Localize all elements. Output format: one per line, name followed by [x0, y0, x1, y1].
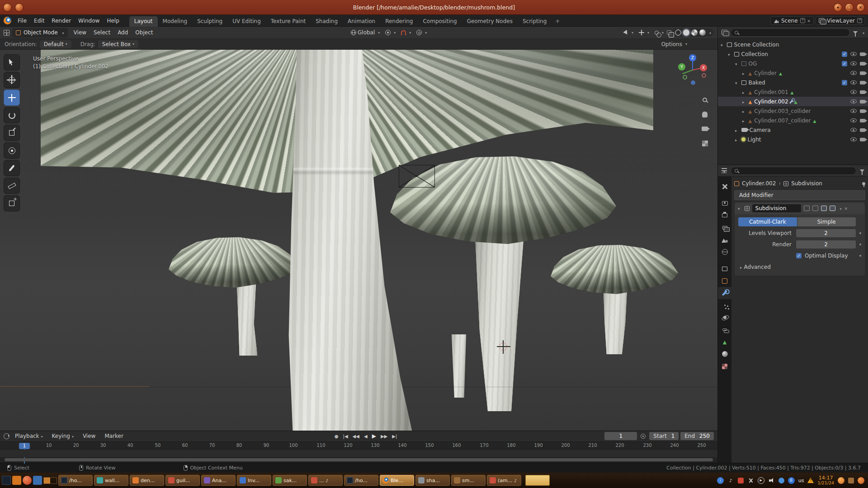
clipboard-tray-icon[interactable] — [747, 477, 754, 484]
taskbar-window-den[interactable]: den... — [130, 475, 164, 486]
disable-render-icon[interactable] — [860, 81, 865, 84]
collection-checkbox[interactable] — [842, 80, 847, 85]
files-launcher-icon[interactable] — [33, 476, 42, 485]
outliner-row-light[interactable]: Light — [718, 135, 868, 144]
disclosure-icon[interactable] — [735, 127, 739, 133]
object-visibility-dropdown[interactable] — [622, 31, 636, 35]
hide-viewport-icon[interactable] — [850, 61, 857, 66]
transform-orientation-dropdown[interactable]: Global — [349, 29, 382, 36]
y-axis-ball[interactable]: Y — [678, 63, 685, 70]
taskbar-window-terminal-2[interactable]: /ho... — [344, 475, 378, 486]
orientation-dropdown[interactable]: Default — [40, 40, 71, 48]
prev-keyframe-button[interactable]: ◀◀ — [353, 434, 359, 439]
tab-view-layer[interactable] — [718, 221, 731, 234]
viewlayer-selector[interactable]: ViewLayer — [816, 16, 865, 25]
volume-tray-icon[interactable] — [768, 477, 775, 484]
mushroom-stem-right[interactable] — [599, 284, 632, 354]
keyboard-layout-indicator[interactable]: us — [798, 478, 804, 483]
workspace-pager[interactable] — [43, 477, 57, 484]
select-box-tool[interactable] — [4, 54, 20, 70]
disable-render-icon[interactable] — [860, 109, 865, 113]
hide-viewport-icon[interactable] — [850, 71, 857, 75]
launcher-icon-2[interactable] — [848, 478, 854, 483]
outliner-row-cylinder[interactable]: Cylinder — [718, 68, 868, 78]
disclosure-icon[interactable] — [735, 80, 739, 86]
taskbar-window-audio[interactable]: ... — [308, 475, 343, 486]
taskbar-window-sak[interactable]: sak... — [273, 475, 307, 486]
tab-uv-editing[interactable]: UV Editing — [227, 16, 266, 27]
tab-scripting[interactable]: Scripting — [518, 16, 552, 27]
outliner-row-cylinder-001[interactable]: Cylinder.001 — [718, 87, 868, 97]
browser-launcher-icon[interactable] — [23, 476, 32, 485]
pin-icon[interactable] — [862, 182, 865, 185]
properties-search[interactable] — [731, 167, 856, 175]
mushroom-cap-right[interactable] — [551, 245, 678, 296]
outliner-row-cylinder-003-collider[interactable]: Cylinder.003_collider — [718, 106, 868, 116]
tab-compositing[interactable]: Compositing — [418, 16, 462, 27]
outliner-row-collection[interactable]: Collection — [718, 49, 868, 59]
outliner-row-og[interactable]: OG — [718, 59, 868, 68]
move-tool[interactable] — [4, 89, 20, 106]
modifier-name-field[interactable]: Subdivision — [752, 204, 801, 212]
taskbar-window-terminal-1[interactable]: /ho... — [58, 475, 93, 486]
taskbar-window-sm[interactable]: sm... — [451, 475, 486, 486]
outliner-search[interactable] — [731, 28, 850, 37]
disclosure-icon[interactable] — [728, 51, 732, 57]
collection-checkbox[interactable] — [842, 52, 847, 57]
navigation-gizmo[interactable]: Z Y X — [678, 55, 708, 85]
tab-shading[interactable]: Shading — [311, 16, 343, 27]
shading-dropdown-icon[interactable] — [708, 29, 711, 36]
zoom-button[interactable] — [700, 95, 710, 105]
shading-solid-icon[interactable] — [683, 29, 689, 36]
window-pin-icon[interactable] — [15, 3, 24, 12]
app-menu-icon[interactable] — [3, 3, 12, 12]
minus-x-axis-dot[interactable] — [702, 73, 706, 78]
outliner-editor-icon[interactable] — [722, 30, 727, 35]
cursor-tool[interactable] — [4, 72, 20, 88]
music-tray-icon[interactable]: ♪ — [727, 477, 734, 484]
new-viewlayer-icon[interactable] — [857, 18, 862, 23]
camera-object-wireframe[interactable] — [399, 165, 435, 188]
play-button[interactable]: ▶ — [372, 433, 376, 439]
menu-keying[interactable]: Keying — [48, 432, 77, 441]
frame-start-field[interactable]: Start1 — [649, 432, 679, 440]
menu-object[interactable]: Object — [132, 28, 156, 37]
toggle-ortho-button[interactable] — [700, 138, 710, 148]
taskbar-window-wallpaper[interactable]: wall... — [94, 475, 128, 486]
tray-plugin-slot[interactable] — [525, 475, 550, 486]
disclosure-icon[interactable] — [742, 70, 746, 76]
render-toggle[interactable] — [830, 206, 835, 211]
unlink-scene-icon[interactable] — [807, 18, 811, 24]
tab-rendering[interactable]: Rendering — [380, 16, 418, 27]
play-reverse-button[interactable]: ◀ — [364, 434, 368, 439]
remove-modifier-icon[interactable] — [844, 205, 848, 211]
viewport-canvas[interactable]: User Perspective (1) Collection | Cylind… — [0, 50, 717, 431]
launcher-icon-3[interactable] — [858, 477, 864, 484]
tab-physics[interactable] — [718, 311, 731, 324]
outliner-row-scene-collection[interactable]: Scene Collection — [718, 40, 868, 49]
tab-texture-paint[interactable]: Texture Paint — [266, 16, 311, 27]
on-cage-toggle[interactable] — [804, 206, 810, 211]
maximize-button[interactable]: □ — [845, 3, 854, 12]
tab-layout[interactable]: Layout — [129, 16, 158, 27]
jump-start-button[interactable]: |◀ — [343, 434, 348, 439]
bluetooth-tray-icon[interactable]: B — [788, 477, 795, 484]
disclosure-icon[interactable] — [721, 42, 725, 48]
warning-tray-icon[interactable] — [807, 478, 814, 483]
timeline-scrollbar[interactable] — [5, 458, 713, 461]
pan-button[interactable] — [700, 109, 710, 119]
close-button[interactable]: ✕ — [856, 3, 865, 12]
next-keyframe-button[interactable]: ▶▶ — [381, 434, 387, 439]
app-tray-icon[interactable] — [738, 478, 744, 483]
disable-render-icon[interactable] — [860, 119, 865, 122]
disable-render-icon[interactable] — [860, 52, 865, 56]
record-icon[interactable]: ● — [335, 434, 339, 439]
taskbar-window-ana[interactable]: Ana... — [201, 475, 236, 486]
new-scene-icon[interactable] — [800, 18, 805, 23]
menu-edit[interactable]: Edit — [30, 16, 48, 25]
mushroom-stem-right-center[interactable] — [470, 230, 529, 411]
realtime-toggle[interactable] — [821, 206, 827, 211]
levels-viewport-field[interactable]: 2 — [796, 229, 856, 237]
hide-viewport-icon[interactable] — [850, 99, 857, 103]
catmull-clark-button[interactable]: Catmull-Clark — [738, 217, 797, 226]
